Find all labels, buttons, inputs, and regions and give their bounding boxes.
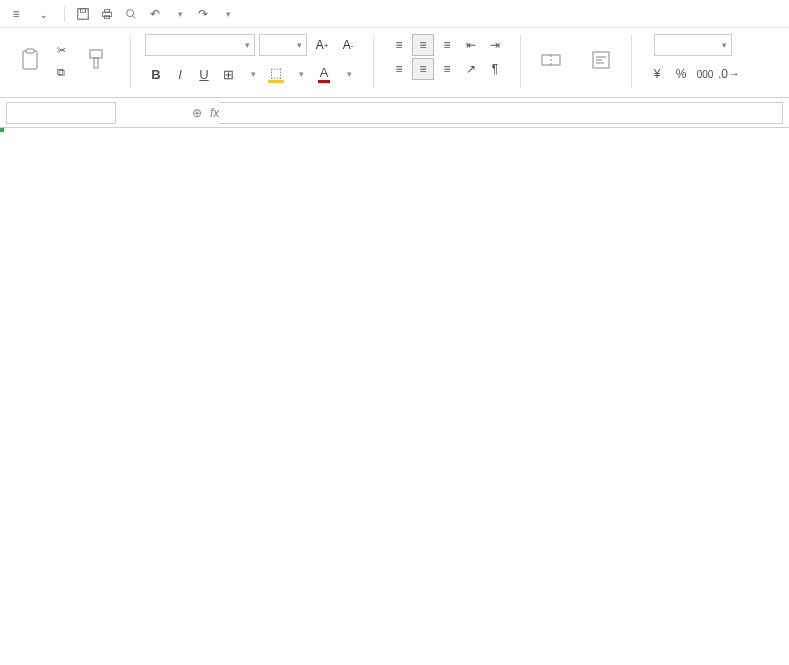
font-name-select[interactable]: ▾ <box>145 34 255 56</box>
copy-button[interactable]: ⧉ <box>54 62 72 82</box>
align-bottom-right[interactable]: ≡ <box>436 58 458 80</box>
number-format-select[interactable]: ▾ <box>654 34 732 56</box>
underline-button[interactable]: U <box>193 64 215 84</box>
menu-bar: ≡ ⌄ ↶ ↷ <box>0 0 789 28</box>
svg-rect-8 <box>26 49 34 53</box>
preview-icon[interactable] <box>121 4 141 24</box>
font-size-select[interactable]: ▾ <box>259 34 307 56</box>
increase-decimal-button[interactable]: .0→ <box>718 64 740 84</box>
wrap-icon <box>590 49 612 71</box>
scissors-icon: ✂ <box>57 44 66 57</box>
merge-icon <box>540 49 562 71</box>
fill-color-dropdown[interactable] <box>289 64 311 84</box>
undo-dropdown[interactable] <box>169 4 189 24</box>
separator <box>64 6 65 22</box>
alignment-grid: ≡ ≡ ≡ ⇤ ⇥ ≡ ≡ ≡ ↗ ¶ <box>388 34 506 80</box>
separator <box>520 34 521 88</box>
increase-font-button[interactable]: A+ <box>311 38 333 52</box>
align-bottom-center[interactable]: ≡ <box>412 58 434 80</box>
paste-button[interactable] <box>10 34 50 88</box>
comma-button[interactable]: 000 <box>694 64 716 84</box>
redo-icon[interactable]: ↷ <box>193 4 213 24</box>
wrap-text-button[interactable] <box>581 34 621 88</box>
bold-button[interactable]: B <box>145 64 167 84</box>
align-top-center[interactable]: ≡ <box>412 34 434 56</box>
border-dropdown[interactable] <box>241 64 263 84</box>
copy-icon: ⧉ <box>57 66 65 79</box>
brush-icon <box>86 48 106 72</box>
rtl-button[interactable]: ¶ <box>484 58 506 80</box>
font-color-button[interactable]: A <box>313 64 335 84</box>
svg-rect-9 <box>90 50 102 58</box>
fill-color-button[interactable]: ⬚ <box>265 64 287 84</box>
orientation-button[interactable]: ↗ <box>460 58 482 80</box>
cut-button[interactable]: ✂ <box>54 40 72 60</box>
name-box[interactable] <box>6 102 116 124</box>
spreadsheet-grid[interactable] <box>0 128 789 665</box>
menu-file[interactable]: ⌄ <box>30 4 56 24</box>
separator <box>130 34 131 88</box>
border-button[interactable]: ⊞ <box>217 64 239 84</box>
svg-rect-0 <box>78 8 89 19</box>
indent-increase[interactable]: ⇥ <box>484 34 506 56</box>
align-top-right[interactable]: ≡ <box>436 34 458 56</box>
italic-button[interactable]: I <box>169 64 191 84</box>
svg-line-6 <box>133 15 136 18</box>
svg-rect-7 <box>23 51 37 69</box>
font-color-dropdown[interactable] <box>337 64 359 84</box>
active-cell-outline <box>0 128 4 132</box>
redo-dropdown[interactable] <box>217 4 237 24</box>
formula-bar-row: ⊕ fx <box>0 98 789 128</box>
ribbon: ✂ ⧉ ▾ ▾ A+ A- B I U ⊞ ⬚ A ≡ ≡ <box>0 28 789 98</box>
svg-rect-3 <box>104 9 109 12</box>
percent-button[interactable]: % <box>670 64 692 84</box>
print-icon[interactable] <box>97 4 117 24</box>
menu-icon[interactable]: ≡ <box>6 4 26 24</box>
svg-point-5 <box>127 9 134 16</box>
clipboard-icon <box>20 48 40 72</box>
merge-center-button[interactable] <box>531 34 571 88</box>
zoom-fx-icon[interactable]: ⊕ <box>192 106 202 120</box>
svg-rect-10 <box>94 58 98 68</box>
formula-input[interactable] <box>219 102 783 124</box>
indent-decrease[interactable]: ⇤ <box>460 34 482 56</box>
separator <box>373 34 374 88</box>
decrease-font-button[interactable]: A- <box>337 38 359 52</box>
fx-icon[interactable]: fx <box>210 106 219 120</box>
currency-button[interactable]: ¥ <box>646 64 668 84</box>
align-bottom-left[interactable]: ≡ <box>388 58 410 80</box>
format-painter-button[interactable] <box>76 34 116 88</box>
save-icon[interactable] <box>73 4 93 24</box>
align-top-left[interactable]: ≡ <box>388 34 410 56</box>
undo-icon[interactable]: ↶ <box>145 4 165 24</box>
separator <box>631 34 632 88</box>
